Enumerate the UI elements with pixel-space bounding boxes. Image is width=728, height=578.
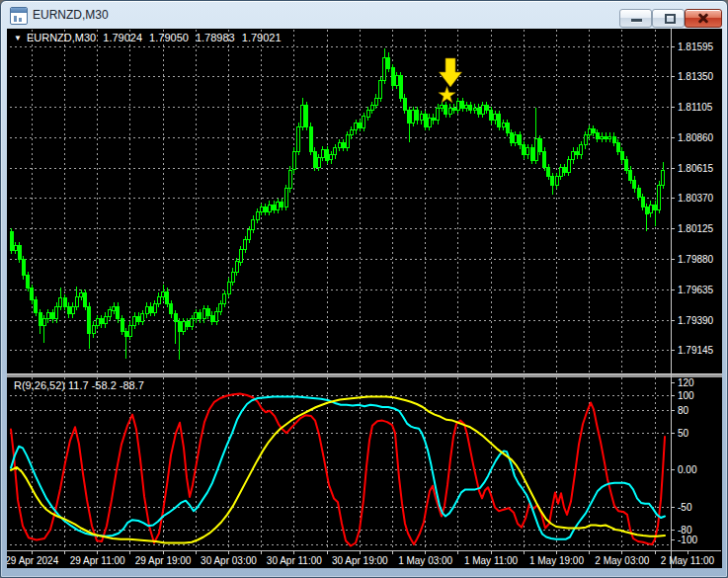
candle-body xyxy=(42,319,45,325)
price-axis-label: 1.80370 xyxy=(678,193,714,204)
candle-body xyxy=(219,304,222,312)
candle-body xyxy=(317,157,320,167)
candle-body xyxy=(215,311,218,321)
time-axis-label: 1 May 11:00 xyxy=(464,555,519,566)
candle-body xyxy=(100,319,103,324)
candle-body xyxy=(10,232,13,251)
candle-body xyxy=(35,300,38,313)
candle-body xyxy=(465,106,468,109)
candle-body xyxy=(113,306,116,310)
candle-body xyxy=(105,316,108,324)
candle-body xyxy=(433,118,436,121)
candle-body xyxy=(445,106,447,115)
candle-body xyxy=(281,203,283,207)
restore-button[interactable] xyxy=(652,9,685,28)
candle-body xyxy=(75,296,78,306)
candle-body xyxy=(461,102,464,108)
candle-body xyxy=(309,126,312,151)
candle-body xyxy=(494,114,497,120)
candle-body xyxy=(629,170,632,180)
chart-window: EURNZD,M30 29 Apr 202429 Apr 11:0029 Apr… xyxy=(0,0,728,578)
candle-body xyxy=(641,198,644,207)
header-low: 1.78983 xyxy=(196,32,235,43)
candle-body xyxy=(363,117,365,127)
candle-body xyxy=(551,176,554,185)
candle-body xyxy=(370,106,373,111)
candle-body xyxy=(31,288,34,300)
candle-body xyxy=(391,68,394,86)
candle-body xyxy=(408,111,411,124)
candle-body xyxy=(313,151,316,167)
candle-body xyxy=(227,282,230,294)
time-axis-label: 1 May 19:00 xyxy=(529,555,584,566)
candle-body xyxy=(403,98,406,111)
candle-body xyxy=(18,246,21,260)
titlebar[interactable]: EURNZD,M30 xyxy=(1,1,727,29)
candle-body xyxy=(330,155,333,160)
candle-body xyxy=(395,76,398,86)
candle-body xyxy=(620,151,623,160)
candle-body xyxy=(55,306,58,319)
candle-body xyxy=(498,114,501,126)
candle-body xyxy=(592,129,595,133)
candle-body xyxy=(174,314,177,322)
candle-body xyxy=(538,139,541,152)
time-axis-label: 1 May 03:00 xyxy=(398,555,452,566)
indicator-axis-label: -50 xyxy=(678,502,692,513)
price-axis-label: 1.79390 xyxy=(678,315,714,326)
candle-body xyxy=(530,147,533,160)
candle-body xyxy=(223,294,226,304)
chart-client: 29 Apr 202429 Apr 11:0029 Apr 19:0030 Ap… xyxy=(7,29,722,568)
header-high: 1.79050 xyxy=(149,32,189,43)
candle-body xyxy=(645,207,648,213)
candle-body xyxy=(649,205,652,213)
star-icon xyxy=(439,87,455,103)
candle-body xyxy=(210,315,213,321)
candle-body xyxy=(256,212,259,220)
indicator-axis-label: 80 xyxy=(678,405,689,416)
candle-body xyxy=(153,304,156,313)
time-axis-label: 30 Apr 11:00 xyxy=(267,555,322,566)
candle-body xyxy=(441,106,444,109)
candle-body xyxy=(182,321,185,331)
candle-body xyxy=(342,142,345,147)
candle-body xyxy=(658,185,661,209)
indicator-axis-label: 0.00 xyxy=(678,464,697,475)
quick-trade-marker-icon[interactable]: ▼ xyxy=(14,34,22,42)
candle-body xyxy=(277,203,280,210)
candle-body xyxy=(305,106,308,126)
indicator-label: R(9,26,52) 11.7 -58.2 -88.7 xyxy=(14,379,144,391)
candle-body xyxy=(284,189,287,207)
indicator-axis-label: 120 xyxy=(678,377,694,388)
candle-body xyxy=(88,306,91,334)
candle-body xyxy=(616,142,619,151)
close-button[interactable] xyxy=(685,9,722,28)
candle-body xyxy=(321,150,324,158)
candle-body xyxy=(27,276,30,289)
down-arrow-icon xyxy=(440,58,462,87)
candle-body xyxy=(301,106,304,126)
minimize-button[interactable] xyxy=(619,9,652,28)
candle-body xyxy=(178,321,181,331)
candle-body xyxy=(292,151,295,170)
candle-body xyxy=(490,111,493,121)
candle-body xyxy=(605,136,607,139)
candle-body xyxy=(71,306,74,314)
candle-body xyxy=(448,108,451,114)
grid xyxy=(10,30,670,550)
candle-body xyxy=(67,306,70,314)
candle-body xyxy=(420,114,423,120)
candle-body xyxy=(46,312,49,318)
candle-body xyxy=(412,111,415,124)
candle-body xyxy=(567,160,570,173)
candle-body xyxy=(206,309,209,315)
candle-body xyxy=(248,229,251,239)
indicator-axis-label: 100 xyxy=(678,390,694,401)
candle-body xyxy=(260,207,263,212)
candle-body xyxy=(288,170,291,189)
candle-body xyxy=(576,151,579,155)
candle-body xyxy=(543,151,546,167)
candle-body xyxy=(145,306,148,314)
chart-canvas[interactable]: 29 Apr 202429 Apr 11:0029 Apr 19:0030 Ap… xyxy=(7,29,722,568)
restore-icon xyxy=(665,14,676,24)
